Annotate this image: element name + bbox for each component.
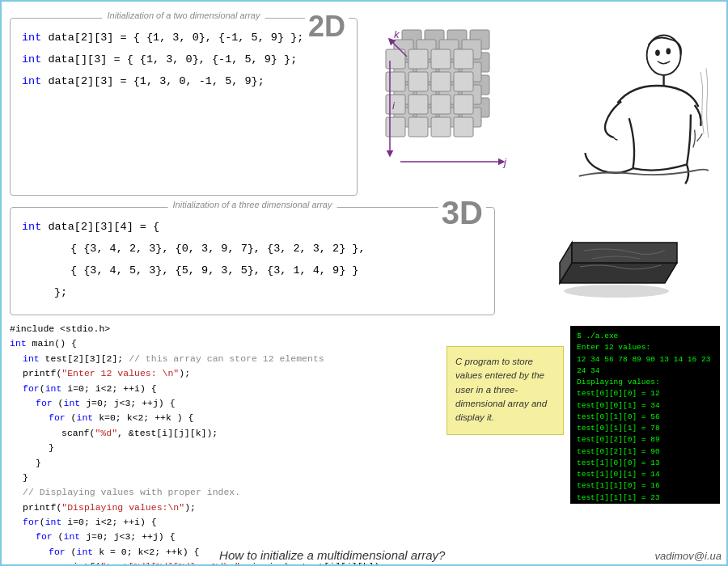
svg-rect-42 [431, 95, 451, 114]
footer-author: vadimov@i.ua [654, 550, 722, 562]
kw-int-2: int [22, 53, 41, 65]
t-line-4: Displaying values: [577, 377, 713, 388]
cm-line-2: int main() { [10, 336, 438, 351]
sticky-note-text: C program to store values entered by the… [455, 357, 547, 422]
section-2d-label: Initialization of a two dimensional arra… [103, 11, 265, 20]
t-line-9: test[0][2][0] = 89 [577, 434, 713, 446]
code-2d-line-2: int data[][3] = { {1, 3, 0}, {-1, 5, 9} … [22, 49, 345, 70]
svg-point-55 [655, 50, 660, 57]
svg-rect-43 [454, 95, 473, 114]
cm-line-13: printf("Displaying values:\n"); [10, 501, 438, 515]
t-line-8: test[0][1][1] = 78 [577, 423, 713, 434]
svg-rect-46 [431, 117, 451, 137]
svg-marker-60 [572, 243, 677, 263]
rock-svg [544, 218, 681, 299]
cm-line-4: printf("Enter 12 values: \n"); [10, 366, 438, 381]
svg-rect-45 [408, 117, 428, 137]
svg-rect-40 [386, 95, 405, 114]
kw-int-1: int [22, 32, 41, 44]
t-line-13: test[1][1][0] = 16 [577, 480, 713, 492]
code-3d-line-3: { {3, 4, 5, 3}, {5, 9, 3, 5}, {3, 1, 4, … [22, 260, 483, 281]
code-3d-line-4: }; [22, 281, 483, 303]
footer-title-area: How to initialize a multidimensional arr… [10, 548, 654, 563]
viz-3d-area [495, 202, 722, 315]
t-line-3: 12 34 56 78 89 90 13 14 16 23 24 34 [577, 354, 713, 378]
code-box-2d: Initialization of a two dimensional arra… [10, 18, 358, 196]
svg-rect-41 [408, 95, 428, 114]
code-main: #include <stdio.h> int main() { int test… [10, 322, 438, 566]
code-2d-text-3: data[2][3] = {1, 3, 0, -1, 5, 9}; [48, 75, 264, 87]
svg-rect-34 [431, 49, 451, 69]
svg-rect-35 [454, 49, 473, 69]
t-line-11: test[1][0][0] = 13 [577, 458, 713, 469]
t-line-1: $ ./a.exe [577, 331, 713, 342]
cm-line-14: for(int i=0; i<2; ++i) { [10, 515, 438, 530]
code-2d-line-1: int data[2][3] = { {1, 3, 0}, {-1, 5, 9}… [22, 27, 345, 49]
code-3d-line-2: { {3, 4, 2, 3}, {0, 3, 9, 7}, {3, 2, 3, … [22, 238, 483, 260]
grid-layer-1 [384, 48, 489, 156]
kw-int-3: int [22, 75, 41, 87]
svg-text:j: j [502, 156, 507, 168]
svg-rect-47 [454, 117, 473, 137]
mid-section: Initialization of a three dimensional ar… [10, 202, 722, 315]
main-container: Initialization of a two dimensional arra… [2, 2, 728, 566]
cm-line-1: #include <stdio.h> [10, 322, 438, 336]
cm-line-12: // Displaying values with proper index. [10, 485, 438, 500]
cm-line-6: for (int j=0; j<3; ++j) { [10, 396, 438, 411]
cm-line-5: for(int i=0; i<2; ++i) { [10, 382, 438, 396]
t-line-12: test[1][0][1] = 14 [577, 469, 713, 480]
t-line-6: test[0][0][1] = 34 [577, 400, 713, 412]
svg-rect-36 [386, 72, 405, 91]
footer: How to initialize a multidimensional arr… [10, 548, 722, 563]
code-box-3d: Initialization of a three dimensional ar… [10, 207, 495, 315]
code-2d-line-3: int data[2][3] = {1, 3, 0, -1, 5, 9}; [22, 70, 345, 92]
code-block-main: #include <stdio.h> int main() { int test… [10, 322, 438, 566]
svg-rect-38 [431, 72, 451, 91]
sticky-note: C program to store values entered by the… [447, 346, 564, 435]
code-3d-line-1: int data[2][3][4] = { [22, 216, 483, 238]
terminal-output: $ ./a.exe Enter 12 values: 12 34 56 78 8… [570, 326, 720, 504]
thinker-illustration [568, 26, 713, 188]
array-viz-area: k i j [358, 18, 560, 196]
svg-point-61 [564, 285, 669, 298]
code-2d-text-2: data[][3] = { {1, 3, 0}, {-1, 5, 9} }; [48, 53, 297, 65]
cm-line-8: scanf("%d", &test[i][j][k]); [10, 426, 438, 441]
svg-rect-39 [454, 72, 473, 91]
bottom-section: #include <stdio.h> int main() { int test… [10, 322, 722, 566]
svg-rect-37 [408, 72, 428, 91]
cm-line-9: } [10, 441, 438, 455]
top-section: Initialization of a two dimensional arra… [10, 10, 722, 196]
code-2d-text-1: data[2][3] = { {1, 3, 0}, {-1, 5, 9} }; [48, 32, 303, 44]
t-line-2: Enter 12 values: [577, 342, 713, 353]
svg-point-56 [666, 49, 671, 55]
cm-line-11: } [10, 471, 438, 485]
grid-svg-1 [384, 48, 489, 153]
cm-line-15: for (int j=0; j<3; ++j) { [10, 530, 438, 544]
svg-rect-44 [386, 117, 405, 137]
cm-line-10: } [10, 456, 438, 471]
t-line-5: test[0][0][0] = 12 [577, 388, 713, 399]
t-line-14: test[1][1][1] = 23 [577, 492, 713, 504]
svg-rect-33 [408, 49, 428, 69]
array-3d-viz: k i j [384, 28, 534, 186]
t-line-10: test[0][2][1] = 90 [577, 446, 713, 458]
section-3d-label: Initialization of a three dimensional ar… [168, 200, 337, 209]
cm-line-7: for (int k=0; k<2; ++k ) { [10, 411, 438, 425]
svg-rect-32 [386, 49, 405, 69]
t-line-7: test[0][1][0] = 56 [577, 412, 713, 423]
thinker-area [560, 18, 722, 196]
badge-2d: 2D [305, 12, 349, 41]
badge-3d: 3D [438, 196, 486, 229]
cm-line-3: int test[2][3][2]; // this array can sto… [10, 352, 438, 366]
footer-title: How to initialize a multidimensional arr… [219, 548, 445, 562]
